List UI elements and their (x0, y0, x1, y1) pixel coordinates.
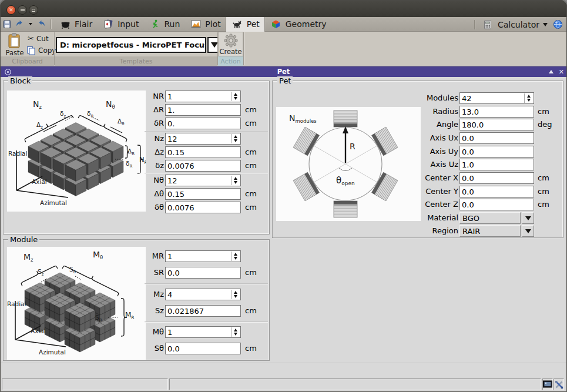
close-button[interactable]: ✕ (6, 5, 16, 15)
calculator-dropdown-caret[interactable] (543, 23, 548, 26)
sz-entry[interactable]: 0.021867 (165, 305, 241, 317)
center-z-entry[interactable]: 0.0 (459, 199, 534, 210)
spinner-arrows[interactable] (231, 252, 240, 261)
pet-frame: Pet Nmodules R θopen (272, 81, 563, 238)
tab-geometry[interactable]: Geometry (265, 17, 331, 32)
tools-icon[interactable] (553, 378, 564, 390)
svg-text:Axial: Axial (31, 327, 46, 334)
material-dropdown-button[interactable] (522, 212, 534, 224)
redo-icon[interactable] (36, 19, 46, 29)
field-label: SR (89, 267, 164, 279)
field-label: Center Y (405, 186, 458, 197)
svg-text:Δz: Δz (36, 121, 43, 130)
ntheta-spinbox[interactable]: 12 (165, 175, 241, 186)
region-optionmenu[interactable]: RAIR (459, 225, 521, 237)
calculator-icon (482, 19, 493, 30)
field-label: Sz (89, 305, 164, 317)
panel-collapse-button[interactable] (549, 70, 553, 73)
module-frame: Module Mz Mθ Sz Sθ SR (3, 239, 270, 361)
delta-theta-entry[interactable]: 0.15 (165, 188, 241, 200)
center-y-entry[interactable]: 0.0 (459, 186, 534, 197)
sr-entry[interactable]: 0.0 (165, 267, 241, 279)
panel-title: Pet (277, 68, 290, 76)
material-optionmenu[interactable]: BGO (459, 212, 521, 224)
paste-button[interactable]: Paste (2, 33, 27, 57)
maximize-button[interactable] (29, 5, 38, 15)
axis-ux-entry[interactable]: 0.0 (459, 132, 534, 144)
modules-spinbox[interactable]: 42 (459, 92, 534, 104)
tab-input[interactable]: Input (97, 17, 143, 32)
cards-icon (103, 19, 113, 29)
template-combobox[interactable]: D: micropetfocus - MicroPET Focus220, Si… (56, 37, 206, 53)
nz-spinbox[interactable]: 12 (165, 133, 241, 145)
stheta-entry[interactable]: 0.0 (165, 343, 241, 354)
tab-label: Flair (75, 19, 92, 29)
save-icon[interactable] (2, 19, 12, 29)
region-dropdown-button[interactable] (522, 225, 534, 237)
unit-label: cm (245, 160, 257, 172)
unit-label: cm (245, 267, 257, 279)
spinner-arrows[interactable] (231, 290, 240, 299)
window-titlebar[interactable]: ✕ (1, 1, 566, 17)
pet-panel-titlebar[interactable]: Pet ✕ (1, 66, 566, 77)
display-capture-icon[interactable] (542, 378, 553, 390)
undo-history-caret[interactable] (28, 19, 33, 29)
gear-icon (223, 33, 239, 48)
field-separator (145, 131, 268, 132)
svg-text:Sz: Sz (38, 268, 44, 277)
mr-spinbox[interactable]: 1 (165, 250, 241, 262)
runner-icon (149, 19, 160, 29)
tab-pet[interactable]: Pet (226, 17, 265, 32)
copy-icon (26, 46, 36, 55)
svg-text:Radial: Radial (8, 150, 27, 157)
spinner-arrows[interactable] (231, 176, 240, 185)
small-delta-theta-entry[interactable]: 0.0076 (165, 202, 241, 213)
globe-icon[interactable] (552, 19, 563, 30)
radius-entry[interactable]: 13.0 (459, 106, 534, 118)
spinner-arrows[interactable] (231, 134, 240, 143)
tab-plot[interactable]: Plot (184, 17, 225, 32)
spinner-arrows[interactable] (231, 327, 240, 337)
svg-text:Radial: Radial (7, 300, 26, 307)
toolbar-separator (51, 19, 51, 29)
panel-close-button[interactable]: ✕ (559, 69, 564, 75)
delta-r-entry[interactable]: 1. (165, 104, 241, 116)
minimize-button[interactable] (18, 5, 27, 15)
unit-label: cm (538, 106, 549, 118)
svg-text:Azimutal: Azimutal (39, 349, 66, 356)
status-bar (1, 377, 566, 392)
spinner-arrows[interactable] (231, 92, 240, 101)
field-label: Angle (405, 119, 458, 130)
toolbar-separator (474, 20, 475, 29)
block-frame: Block Nz Nθ Δz δz (3, 81, 270, 234)
delta-z-entry[interactable]: 0.15 (165, 146, 241, 158)
undo-icon[interactable] (15, 19, 25, 29)
chart-icon (190, 19, 201, 29)
cut-button[interactable]: ✂ Cut (28, 34, 49, 43)
module-frame-title: Module (8, 235, 39, 244)
create-button[interactable]: Create (218, 32, 243, 56)
field-separator (145, 283, 268, 284)
statusbar-message-cell (169, 378, 541, 390)
mtheta-spinbox[interactable]: 1 (165, 326, 241, 338)
svg-text:Mz: Mz (24, 252, 33, 263)
calculator-menu[interactable]: Calculator (498, 20, 539, 29)
tab-run[interactable]: Run (143, 17, 184, 32)
mz-spinbox[interactable]: 4 (165, 289, 241, 300)
field-label: δR (89, 118, 164, 129)
axis-uy-entry[interactable]: 0.0 (459, 146, 534, 158)
small-delta-r-entry[interactable]: 0. (165, 118, 241, 129)
svg-text:Nz: Nz (33, 99, 42, 110)
angle-entry[interactable]: 180.0 (459, 119, 534, 130)
copy-button[interactable]: Copy (26, 46, 56, 55)
small-delta-z-entry[interactable]: 0.0076 (165, 160, 241, 172)
action-group-label: Action (218, 56, 243, 66)
nr-spinbox[interactable]: 1 (165, 91, 241, 102)
unit-label: cm (245, 188, 257, 200)
axis-uz-entry[interactable]: 1.0 (459, 159, 534, 170)
unit-label: cm (538, 199, 549, 210)
center-x-entry[interactable]: 0.0 (459, 172, 534, 184)
field-label: Region (405, 225, 458, 237)
spinner-arrows[interactable] (524, 93, 533, 103)
tab-flair[interactable]: Flair (54, 17, 97, 32)
